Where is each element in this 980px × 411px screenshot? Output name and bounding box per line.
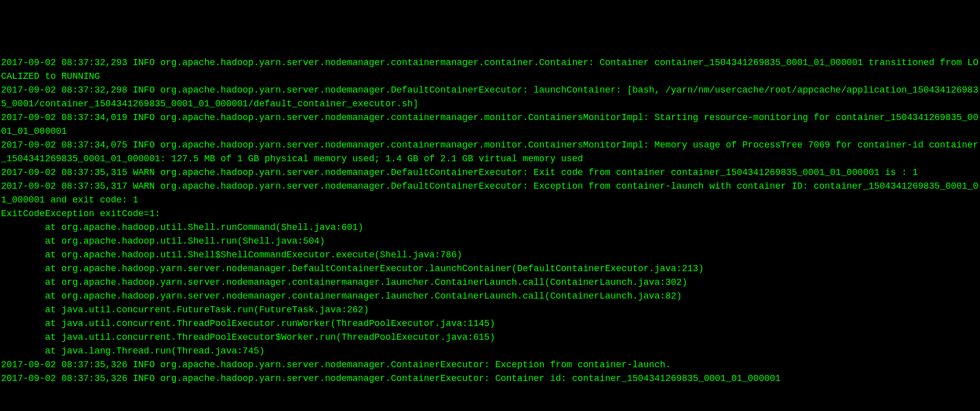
log-line: 2017-09-02 08:37:32,298 INFO org.apache.…	[1, 85, 978, 109]
log-line-stacktrace: at org.apache.hadoop.util.Shell.run(Shel…	[1, 236, 325, 246]
log-line-stacktrace: at org.apache.hadoop.yarn.server.nodeman…	[1, 291, 682, 301]
log-line-stacktrace: at java.util.concurrent.FutureTask.run(F…	[1, 305, 369, 315]
log-line-stacktrace: at org.apache.hadoop.util.Shell$ShellCom…	[1, 250, 462, 260]
log-line: 2017-09-02 08:37:35,317 WARN org.apache.…	[1, 181, 978, 205]
log-line: 2017-09-02 08:37:34,019 INFO org.apache.…	[1, 112, 978, 136]
log-line: 2017-09-02 08:37:35,315 WARN org.apache.…	[1, 167, 918, 178]
log-line-stacktrace: at org.apache.hadoop.util.Shell.runComma…	[1, 222, 363, 232]
log-line-stacktrace: at java.lang.Thread.run(Thread.java:745)	[1, 346, 265, 356]
log-line-stacktrace: at java.util.concurrent.ThreadPoolExecut…	[1, 318, 495, 329]
log-line: 2017-09-02 08:37:34,075 INFO org.apache.…	[1, 140, 978, 164]
log-line-stacktrace: at org.apache.hadoop.yarn.server.nodeman…	[1, 263, 704, 274]
terminal-output: 2017-09-02 08:37:32,293 INFO org.apache.…	[1, 56, 979, 386]
log-line-stacktrace: at org.apache.hadoop.yarn.server.nodeman…	[1, 277, 687, 287]
log-line: 2017-09-02 08:37:35,326 INFO org.apache.…	[1, 373, 781, 384]
log-line-stacktrace: at java.util.concurrent.ThreadPoolExecut…	[1, 332, 495, 342]
log-line: 2017-09-02 08:37:32,293 INFO org.apache.…	[1, 57, 978, 81]
log-line: ExitCodeException exitCode=1:	[1, 209, 160, 219]
log-line: 2017-09-02 08:37:35,326 INFO org.apache.…	[1, 360, 671, 370]
